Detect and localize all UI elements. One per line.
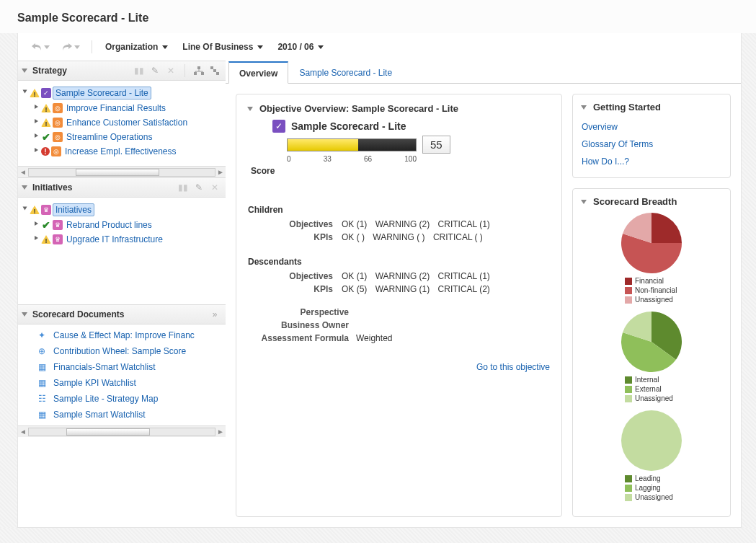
- legend-swatch: [625, 386, 632, 393]
- right-column: Overview Sample Scorecard - Lite Objecti…: [226, 61, 741, 527]
- document-icon: ▦: [37, 378, 47, 388]
- toolbar: Organization Line Of Business 2010 / 06: [18, 33, 741, 61]
- edit-icon[interactable]: ✎: [148, 64, 161, 77]
- legend-swatch: [625, 296, 632, 304]
- legend-swatch: [625, 287, 632, 294]
- strategy-tree: ✓ Sample Scorecard - Lite ◎Improve Finan…: [18, 81, 226, 166]
- legend-swatch: [625, 494, 632, 501]
- critical-icon: [41, 147, 50, 156]
- redo-button[interactable]: [57, 39, 84, 55]
- objective-icon: ◎: [51, 146, 61, 156]
- hierarchy-icon[interactable]: [192, 64, 205, 77]
- initiatives-title: Initiatives: [32, 182, 174, 193]
- overview-header: Objective Overview: Sample Scorecard - L…: [259, 103, 458, 114]
- document-item[interactable]: Contribution Wheel: Sample Score: [51, 345, 188, 357]
- getting-started-link[interactable]: How Do I...?: [582, 153, 721, 170]
- chart-tool-icon[interactable]: ▮▮: [133, 64, 146, 77]
- strategy-root[interactable]: Sample Scorecard - Lite: [53, 87, 151, 100]
- initiative-icon: ♛: [41, 205, 51, 215]
- legend-label: Internal: [635, 376, 659, 384]
- tab-content: Objective Overview: Sample Scorecard - L…: [226, 84, 741, 527]
- collapse-icon[interactable]: [581, 200, 587, 204]
- legend-label: Unassigned: [635, 493, 673, 501]
- period-dropdown[interactable]: 2010 / 06: [272, 39, 329, 55]
- organization-dropdown[interactable]: Organization: [99, 39, 174, 55]
- legend-label: Non-financial: [635, 286, 677, 294]
- collapse-icon[interactable]: [247, 107, 253, 111]
- line-of-business-dropdown[interactable]: Line Of Business: [177, 39, 269, 55]
- document-icon: ▦: [37, 362, 47, 372]
- initiative-item[interactable]: Upgrade IT Infrastructure: [64, 234, 165, 245]
- owner-label: Business Owner: [248, 320, 356, 330]
- collapse-icon[interactable]: [581, 105, 587, 110]
- delete-icon[interactable]: ✕: [164, 64, 177, 77]
- period-label: 2010 / 06: [277, 42, 313, 52]
- warning-icon: [41, 235, 51, 244]
- collapse-icon[interactable]: [22, 69, 27, 73]
- warning-icon: [41, 104, 51, 112]
- tree-toggle[interactable]: [32, 221, 40, 229]
- breadth-title: Scorecard Breadth: [593, 196, 677, 207]
- delete-icon[interactable]: ✕: [208, 181, 221, 194]
- tree-icon[interactable]: [208, 64, 221, 77]
- legend-label: External: [635, 385, 662, 393]
- strategy-item[interactable]: Increase Empl. Effectiveness: [63, 146, 179, 157]
- document-icon: ▦: [37, 410, 47, 420]
- tree-toggle[interactable]: [21, 89, 28, 97]
- descendants-label: Descendants: [248, 257, 550, 267]
- perspective-label: Perspective: [248, 307, 356, 317]
- children-kpis-values: OK ( ) WARNING ( ) CRITICAL ( ): [342, 232, 489, 242]
- tick-label: 66: [364, 155, 372, 163]
- tree-toggle[interactable]: [32, 148, 40, 155]
- collapse-icon[interactable]: [22, 185, 27, 190]
- side-cards: Getting Started Overview Glossary Of Ter…: [572, 94, 731, 517]
- getting-started-title: Getting Started: [593, 102, 661, 112]
- collapse-icon[interactable]: [22, 312, 27, 317]
- edit-icon[interactable]: ✎: [192, 181, 205, 194]
- horizontal-scrollbar[interactable]: ◄ ►: [18, 425, 226, 437]
- document-item[interactable]: Sample Lite - Strategy Map: [51, 393, 160, 405]
- initiative-item[interactable]: Rebrand Product lines: [64, 219, 154, 231]
- goto-objective-link[interactable]: Go to this objective: [248, 362, 550, 372]
- formula-label: Assessment Formula: [248, 333, 356, 343]
- legend-swatch: [625, 395, 632, 402]
- desc-objectives-values: OK (1) WARNING (2) CRITICAL (1): [342, 271, 496, 281]
- expand-icon[interactable]: »: [208, 308, 221, 321]
- initiatives-root[interactable]: Initiatives: [53, 203, 94, 216]
- objective-icon: ◎: [53, 132, 63, 142]
- left-column: Strategy ▮▮ ✎ ✕ ✓ Sample Scorecard - Lit…: [18, 61, 226, 527]
- tab-overview[interactable]: Overview: [228, 61, 288, 84]
- initiatives-tree: ♛ Initiatives ✔♛Rebrand Product lines♛Up…: [18, 198, 226, 304]
- document-item[interactable]: Sample KPI Watchlist: [51, 377, 138, 389]
- tree-toggle[interactable]: [32, 105, 40, 112]
- tree-toggle[interactable]: [32, 236, 40, 243]
- tree-toggle[interactable]: [32, 119, 40, 126]
- undo-button[interactable]: [27, 39, 54, 55]
- ok-icon: ✔: [41, 220, 51, 230]
- strategy-item[interactable]: Streamline Operations: [64, 131, 154, 143]
- document-item[interactable]: Financials-Smart Watchlist: [51, 361, 158, 373]
- tree-toggle[interactable]: [21, 206, 28, 213]
- tab-scorecard[interactable]: Sample Scorecard - Lite: [288, 61, 403, 84]
- horizontal-scrollbar[interactable]: ◄ ►: [18, 166, 226, 177]
- documents-list: ✦Cause & Effect Map: Improve Financ⊕Cont…: [18, 325, 226, 425]
- score-title: Sample Scorecard - Lite: [291, 120, 406, 132]
- ok-icon: ✔: [41, 132, 51, 142]
- strategy-item[interactable]: Improve Financial Results: [64, 102, 168, 114]
- getting-started-link[interactable]: Overview: [582, 118, 721, 136]
- initiatives-panel: Initiatives ▮▮ ✎ ✕ ♛ Initiatives ✔♛Rebra…: [18, 177, 226, 304]
- document-icon: ☷: [37, 394, 47, 404]
- getting-started-link[interactable]: Glossary Of Terms: [582, 136, 721, 153]
- documents-title: Scorecard Documents: [32, 309, 205, 319]
- children-label: Children: [248, 205, 550, 215]
- scorecard-icon: ✓: [41, 88, 51, 98]
- document-item[interactable]: Sample Smart Watchlist: [51, 409, 148, 420]
- kpis-label: KPIs: [248, 232, 342, 242]
- document-item[interactable]: Cause & Effect Map: Improve Financ: [51, 330, 197, 341]
- tree-toggle[interactable]: [32, 133, 40, 141]
- chart-tool-icon[interactable]: ▮▮: [177, 181, 190, 194]
- score-value: 55: [422, 136, 450, 154]
- strategy-item[interactable]: Enhance Customer Satisfaction: [64, 117, 190, 128]
- legend-label: Lagging: [635, 484, 661, 492]
- children-objectives-values: OK (1) WARNING (2) CRITICAL (1): [342, 219, 496, 229]
